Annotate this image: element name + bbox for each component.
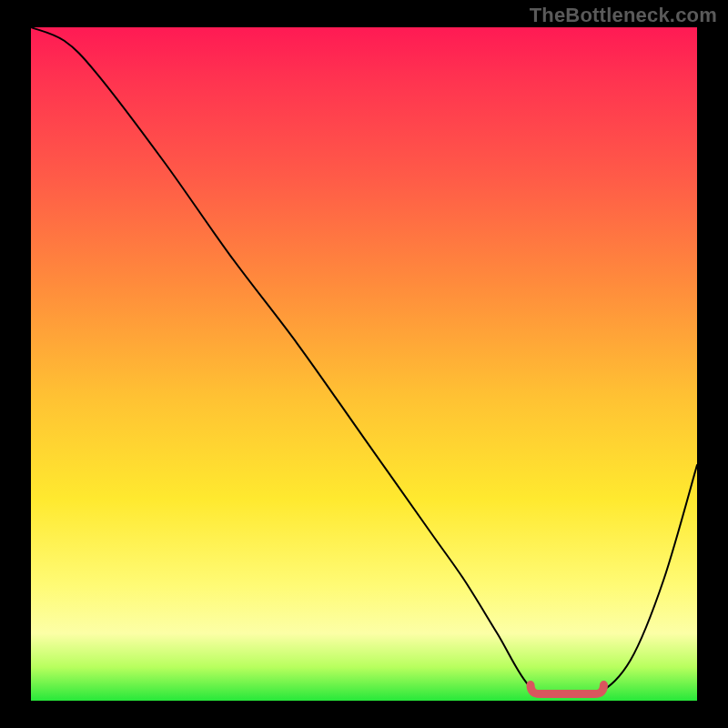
- valley-marker: [531, 685, 604, 694]
- watermark-text: TheBottleneck.com: [530, 4, 717, 27]
- bottleneck-curve: [31, 27, 697, 697]
- plot-area: [31, 27, 697, 701]
- chart-stage: TheBottleneck.com: [0, 0, 728, 728]
- bottleneck-curve-svg: [31, 27, 697, 701]
